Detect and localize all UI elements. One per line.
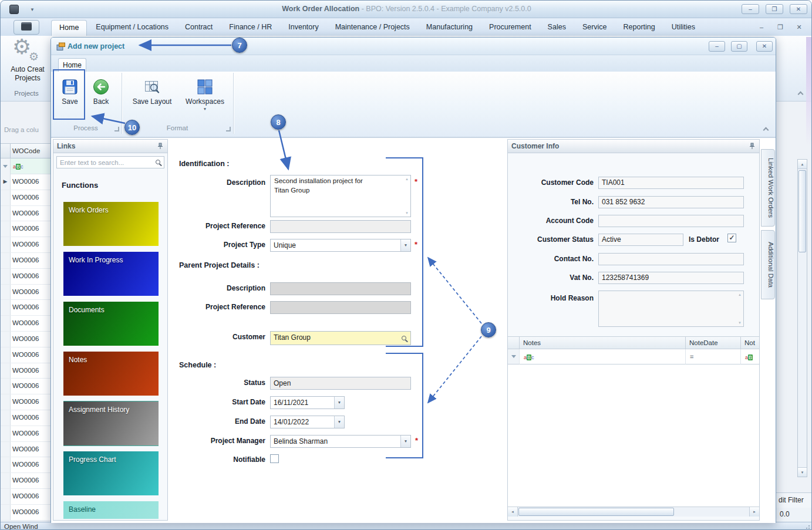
child-maximize-button[interactable]: ▢ [731, 41, 747, 52]
ribbon-close-glyph[interactable]: ✕ [792, 22, 806, 33]
workspaces-button[interactable]: Workspaces ▼ [181, 75, 228, 119]
column-header-notes[interactable]: Notes [520, 336, 686, 349]
edit-filter-button[interactable]: dit Filter [776, 496, 804, 504]
save-layout-button[interactable]: Save Layout [127, 75, 177, 119]
table-row[interactable]: WO0006 [1, 300, 51, 316]
chevron-down-icon[interactable]: ▼ [400, 436, 410, 447]
table-row[interactable]: WO0006 [1, 489, 51, 505]
quick-access-caret-icon[interactable]: ▼ [30, 7, 35, 12]
scroll-right-button[interactable]: ► [749, 507, 759, 517]
tab-home[interactable]: Home [58, 58, 86, 72]
customer-field[interactable]: Titan Group [270, 331, 411, 345]
table-row[interactable]: WO0006 [1, 410, 51, 426]
auto-create-projects-button-line2[interactable]: Projects [1, 74, 55, 82]
search-icon[interactable] [402, 336, 406, 340]
scroll-down-icon[interactable]: ▼ [405, 211, 409, 215]
function-tile[interactable]: Baseline [63, 501, 159, 519]
table-row[interactable]: WO0006 [1, 253, 51, 269]
table-row[interactable]: WO0006 [1, 442, 51, 458]
scroll-down-icon[interactable]: ▼ [738, 321, 742, 325]
table-row[interactable]: WO0006 [1, 206, 51, 222]
project-type-select[interactable]: Unique ▼ [270, 239, 411, 252]
start-date-picker[interactable]: 16/11/2021 ▼ [270, 396, 345, 409]
menu-tab[interactable]: Manufacturing [419, 20, 480, 36]
minimize-button[interactable]: – [742, 4, 759, 14]
application-menu-button[interactable] [14, 20, 39, 35]
description-textarea[interactable]: Second installation project for Titan Gr… [270, 175, 411, 217]
table-row[interactable]: WO0006 [1, 190, 51, 206]
child-close-button[interactable]: ✕ [756, 41, 773, 52]
close-button[interactable]: ✕ [790, 4, 807, 14]
scroll-down-button[interactable]: ▼ [798, 467, 807, 477]
pin-icon[interactable] [157, 143, 164, 150]
menu-tab[interactable]: Sales [540, 20, 574, 36]
scroll-up-button[interactable]: ▲ [798, 160, 807, 169]
format-dialog-launcher-icon[interactable] [226, 127, 231, 131]
contact-no-field[interactable] [598, 253, 744, 265]
restore-button[interactable]: ❐ [766, 4, 783, 14]
scrollbar-thumb[interactable] [798, 170, 806, 252]
menu-tab[interactable]: Equipment / Locations [88, 20, 176, 36]
menu-tab[interactable]: Service [575, 20, 615, 36]
table-row[interactable]: WO0006 [1, 237, 51, 253]
table-row[interactable]: WO0006 [1, 316, 51, 332]
is-debtor-checkbox[interactable]: ✓ [727, 234, 736, 242]
project-reference-field[interactable] [270, 220, 411, 233]
not-filter-cell[interactable]: aB [741, 349, 759, 364]
ribbon-restore-glyph[interactable]: ❐ [773, 22, 787, 33]
chevron-down-icon[interactable]: ▼ [334, 397, 344, 409]
notes-grid-empty-area[interactable] [508, 364, 759, 507]
filter-cell[interactable]: aBc [11, 158, 51, 174]
column-header-notedate[interactable]: NoteDate [686, 336, 741, 349]
chevron-down-icon[interactable]: ▼ [400, 239, 410, 251]
menu-tab[interactable]: Inventory [281, 20, 326, 36]
function-tile[interactable]: Notes [63, 352, 159, 396]
customer-code-field[interactable]: TIA001 [598, 177, 744, 189]
column-header-not[interactable]: Not [741, 336, 759, 349]
notes-horizontal-scrollbar[interactable]: ◄ ► [508, 507, 759, 517]
notedate-filter-cell[interactable]: = [686, 349, 741, 364]
scroll-up-icon[interactable]: ▲ [738, 293, 742, 296]
save-button[interactable]: Save [56, 75, 84, 119]
table-row[interactable]: WO0006 [1, 505, 51, 521]
tab-linked-work-orders[interactable]: Linked Work Orders [761, 149, 775, 227]
auto-create-projects-button-line1[interactable]: Auto Creat [1, 65, 55, 73]
menu-tab[interactable]: Finance / HR [221, 20, 279, 36]
table-row[interactable]: WO0006 [1, 347, 51, 363]
ribbon-minimize-glyph[interactable]: – [754, 22, 769, 33]
project-manager-select[interactable]: Belinda Sharman ▼ [270, 435, 411, 448]
menu-tab[interactable]: Reporting [616, 20, 663, 36]
scrollbar-thumb[interactable] [518, 508, 674, 516]
scroll-left-button[interactable]: ◄ [508, 507, 518, 517]
table-row[interactable]: ▶ WO0006 [1, 174, 51, 190]
vertical-scrollbar[interactable]: ▲ ▼ [797, 159, 807, 477]
table-row[interactable]: WO0006 [1, 379, 51, 394]
tab-additional-data[interactable]: Additional Data [761, 230, 775, 299]
account-code-field[interactable] [598, 215, 744, 227]
tel-no-field[interactable]: 031 852 9632 [598, 196, 744, 208]
status-field[interactable]: Open [270, 377, 411, 390]
table-row[interactable]: WO0006 [1, 269, 51, 285]
notes-filter-cell[interactable]: aBc [520, 349, 686, 364]
back-button[interactable]: Back [86, 75, 116, 119]
notifiable-checkbox[interactable] [270, 454, 279, 463]
child-minimize-button[interactable]: – [709, 41, 725, 52]
menu-tab[interactable]: Maintenance / Projects [328, 20, 417, 36]
chevron-down-icon[interactable]: ▼ [334, 416, 344, 428]
table-row[interactable]: WO0006 [1, 457, 51, 473]
menu-tab[interactable]: Utilities [664, 20, 703, 36]
table-row[interactable]: WO0006 [1, 426, 51, 442]
links-search-input[interactable] [56, 156, 164, 168]
table-row[interactable]: WO0006 [1, 285, 51, 301]
pin-icon[interactable] [749, 143, 756, 150]
resize-grip[interactable] [806, 524, 811, 529]
table-row[interactable]: WO0006 [1, 394, 51, 410]
vat-no-field[interactable]: 123258741369 [598, 272, 744, 284]
scroll-up-icon[interactable]: ▲ [405, 177, 409, 181]
menu-tab[interactable]: Procurement [481, 20, 539, 36]
grid-auto-filter-row[interactable]: aBc [1, 158, 51, 174]
table-row[interactable]: WO0006 [1, 473, 51, 489]
column-header-wocode[interactable]: WOCode [11, 143, 51, 158]
table-row[interactable]: WO0006 [1, 363, 51, 379]
table-row[interactable]: WO0006 [1, 221, 51, 237]
